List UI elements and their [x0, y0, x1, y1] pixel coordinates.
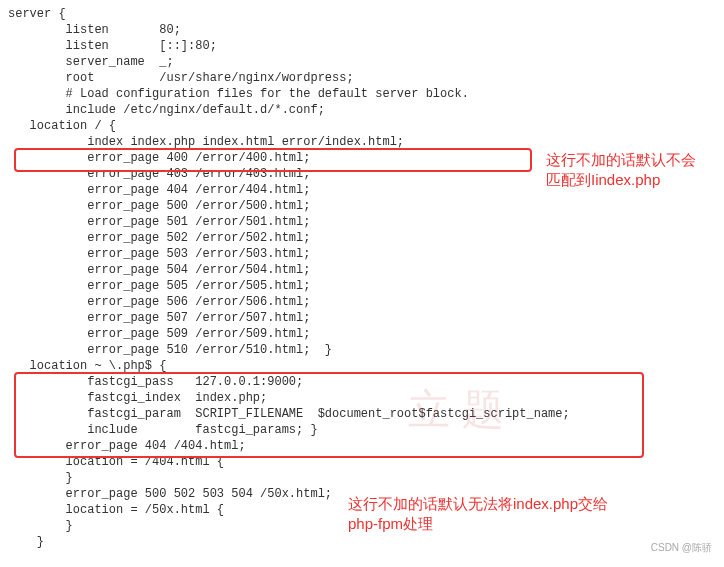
code-line: error_page 505 /error/505.html;: [8, 278, 716, 294]
code-line: }: [8, 534, 716, 550]
code-line: # Load configuration files for the defau…: [8, 86, 716, 102]
code-line: include /etc/nginx/default.d/*.conf;: [8, 102, 716, 118]
code-line: location = /50x.html {: [8, 502, 716, 518]
code-line: error_page 503 /error/503.html;: [8, 246, 716, 262]
code-line: error_page 404 /error/404.html;: [8, 182, 716, 198]
code-line: error_page 506 /error/506.html;: [8, 294, 716, 310]
code-line: error_page 500 502 503 504 /50x.html;: [8, 486, 716, 502]
code-line: server {: [8, 6, 716, 22]
code-line: fastcgi_pass 127.0.0.1:9000;: [8, 374, 716, 390]
code-line: fastcgi_index index.php;: [8, 390, 716, 406]
code-line: include fastcgi_params; }: [8, 422, 716, 438]
code-line: }: [8, 470, 716, 486]
code-line: fastcgi_param SCRIPT_FILENAME $document_…: [8, 406, 716, 422]
code-line: root /usr/share/nginx/wordpress;: [8, 70, 716, 86]
code-line: location / {: [8, 118, 716, 134]
code-line: index index.php index.html error/index.h…: [8, 134, 716, 150]
code-line: error_page 400 /error/400.html;: [8, 150, 716, 166]
code-line: error_page 404 /404.html;: [8, 438, 716, 454]
code-line: error_page 500 /error/500.html;: [8, 198, 716, 214]
code-line: error_page 502 /error/502.html;: [8, 230, 716, 246]
code-line: server_name _;: [8, 54, 716, 70]
code-block: server { listen 80; listen [::]:80; serv…: [8, 6, 716, 550]
code-line: listen [::]:80;: [8, 38, 716, 54]
code-line: error_page 509 /error/509.html;: [8, 326, 716, 342]
code-line: error_page 504 /error/504.html;: [8, 262, 716, 278]
code-line: error_page 403 /error/403.html;: [8, 166, 716, 182]
code-line: }: [8, 518, 716, 534]
code-line: error_page 510 /error/510.html; }: [8, 342, 716, 358]
credit-text: CSDN @陈骄: [651, 540, 712, 556]
code-line: error_page 507 /error/507.html;: [8, 310, 716, 326]
code-line: location = /404.html {: [8, 454, 716, 470]
code-line: error_page 501 /error/501.html;: [8, 214, 716, 230]
code-line: location ~ \.php$ {: [8, 358, 716, 374]
code-line: listen 80;: [8, 22, 716, 38]
